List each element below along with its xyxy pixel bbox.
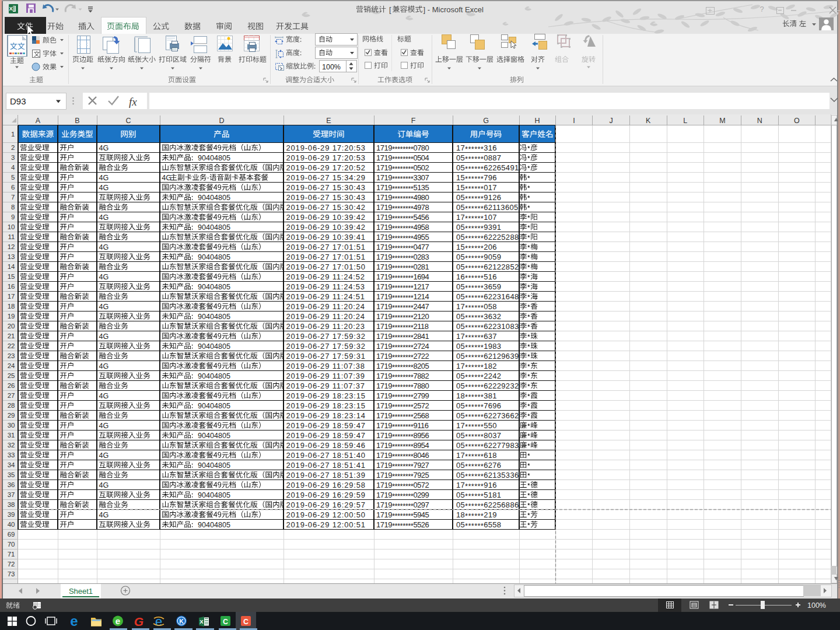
svg-text:1719********2572: 1719********2572 bbox=[376, 401, 429, 411]
svg-text:1719********8205: 1719********8205 bbox=[376, 362, 429, 372]
svg-text:05******62273662: 05******62273662 bbox=[456, 411, 519, 421]
svg-text:100%: 100% bbox=[807, 601, 826, 610]
svg-text:4G: 4G bbox=[99, 392, 109, 400]
svg-text:05******6558: 05******6558 bbox=[456, 520, 501, 530]
svg-text:05******1983: 05******1983 bbox=[456, 342, 501, 352]
svg-text:1719********0299: 1719********0299 bbox=[376, 491, 429, 501]
svg-text:?: ? bbox=[760, 5, 764, 13]
svg-text:19: 19 bbox=[8, 313, 15, 320]
svg-text:2019-06-27 17:59:32: 2019-06-27 17:59:32 bbox=[286, 342, 366, 351]
svg-text:7: 7 bbox=[11, 194, 15, 201]
svg-text:17******637: 17******637 bbox=[456, 332, 497, 342]
svg-text:1719********8956: 1719********8956 bbox=[376, 431, 429, 441]
svg-text:e: e bbox=[116, 616, 120, 626]
svg-text:3: 3 bbox=[11, 154, 15, 161]
svg-text:4G: 4G bbox=[99, 144, 109, 152]
svg-text:2019-06-27 17:01:51: 2019-06-27 17:01:51 bbox=[286, 243, 366, 251]
svg-text:2019-06-29 11:07:37: 2019-06-29 11:07:37 bbox=[286, 382, 365, 390]
svg-text:2019-06-29 10:39:42: 2019-06-29 10:39:42 bbox=[286, 223, 366, 232]
svg-text:05******7696: 05******7696 bbox=[456, 401, 501, 411]
svg-text:90404805: 90404805 bbox=[198, 223, 230, 232]
svg-text:[: [ bbox=[389, 5, 391, 14]
svg-text:17******316: 17******316 bbox=[456, 144, 497, 153]
svg-text:15******017: 15******017 bbox=[456, 183, 497, 193]
svg-text:15******796: 15******796 bbox=[456, 173, 497, 183]
svg-text:X: X bbox=[9, 5, 13, 12]
svg-text:1719********2722: 1719********2722 bbox=[376, 352, 429, 362]
svg-text:2019-06-27 15:30:42: 2019-06-27 15:30:42 bbox=[286, 203, 366, 212]
svg-text:90404805: 90404805 bbox=[198, 253, 230, 261]
svg-text:1719********0283: 1719********0283 bbox=[376, 253, 429, 262]
svg-text:A: A bbox=[36, 117, 41, 125]
svg-text:90404805: 90404805 bbox=[198, 521, 230, 529]
svg-text:X: X bbox=[200, 618, 204, 625]
svg-text:05******62225288: 05******62225288 bbox=[456, 233, 519, 243]
svg-text:1719********9116: 1719********9116 bbox=[376, 421, 429, 431]
svg-text:4: 4 bbox=[11, 164, 15, 171]
svg-text:C: C bbox=[223, 618, 228, 626]
svg-text:1719********1694: 1719********1694 bbox=[376, 272, 429, 282]
svg-text:36: 36 bbox=[8, 481, 15, 488]
svg-text:1719********0281: 1719********0281 bbox=[376, 262, 429, 272]
svg-text:5: 5 bbox=[11, 174, 15, 181]
svg-text:4G: 4G bbox=[99, 174, 109, 182]
svg-text:12: 12 bbox=[8, 243, 15, 250]
svg-text:05******62135336: 05******62135336 bbox=[456, 471, 519, 481]
svg-text:90404805: 90404805 bbox=[198, 342, 230, 351]
svg-text:17******107: 17******107 bbox=[456, 213, 497, 223]
svg-text:E: E bbox=[326, 117, 331, 125]
svg-text:24: 24 bbox=[8, 362, 15, 369]
svg-text:90404805: 90404805 bbox=[198, 283, 230, 291]
svg-text:1719********4978: 1719********4978 bbox=[376, 203, 429, 213]
svg-text:05******62229232: 05******62229232 bbox=[456, 382, 519, 391]
svg-text:2019-06-29 11:24:52: 2019-06-29 11:24:52 bbox=[286, 272, 365, 281]
svg-text:25: 25 bbox=[8, 372, 15, 379]
svg-text:2019-06-29 18:59:47: 2019-06-29 18:59:47 bbox=[286, 421, 366, 430]
svg-text:K: K bbox=[646, 117, 651, 125]
svg-text:9: 9 bbox=[11, 214, 15, 220]
svg-text:17******182: 17******182 bbox=[456, 362, 497, 372]
svg-text:15******206: 15******206 bbox=[456, 243, 497, 253]
svg-text:90404805: 90404805 bbox=[198, 154, 230, 162]
svg-text:2019-06-29 11:20:24: 2019-06-29 11:20:24 bbox=[286, 312, 365, 321]
svg-text:M: M bbox=[719, 117, 725, 125]
svg-text:05******62113605: 05******62113605 bbox=[456, 203, 519, 213]
svg-text:1719********2799: 1719********2799 bbox=[376, 391, 429, 401]
svg-text:37: 37 bbox=[8, 491, 15, 498]
svg-text:05******5181: 05******5181 bbox=[456, 491, 501, 501]
svg-text:1719********2120: 1719********2120 bbox=[376, 312, 429, 322]
svg-text:4G: 4G bbox=[99, 511, 109, 519]
svg-text:2019-06-29 11:24:53: 2019-06-29 11:24:53 bbox=[286, 282, 365, 291]
svg-text:71: 71 bbox=[8, 551, 15, 558]
svg-text:26: 26 bbox=[8, 382, 15, 389]
svg-text:05******0887: 05******0887 bbox=[456, 153, 501, 163]
svg-text:15: 15 bbox=[8, 273, 15, 280]
svg-text:1719********8046: 1719********8046 bbox=[376, 451, 429, 461]
svg-text:16******516: 16******516 bbox=[456, 272, 497, 282]
svg-text:1719********7925: 1719********7925 bbox=[376, 471, 429, 481]
svg-text:1719********2724: 1719********2724 bbox=[376, 342, 429, 352]
svg-text:32: 32 bbox=[8, 442, 15, 449]
svg-text:1719********0297: 1719********0297 bbox=[376, 501, 429, 510]
svg-text:L: L bbox=[683, 117, 687, 125]
svg-text:2019-06-27 17:01:50: 2019-06-27 17:01:50 bbox=[286, 262, 366, 271]
svg-text:2019-06-27 17:01:51: 2019-06-27 17:01:51 bbox=[286, 253, 366, 261]
svg-text:2019-06-29 16:29:59: 2019-06-29 16:29:59 bbox=[286, 491, 366, 499]
svg-text:90404805: 90404805 bbox=[198, 432, 230, 440]
svg-text:I: I bbox=[573, 117, 575, 125]
svg-text:2019-06-29 18:23:14: 2019-06-29 18:23:14 bbox=[286, 411, 366, 420]
svg-text:1719********4955: 1719********4955 bbox=[376, 233, 429, 243]
svg-text:1719********7880: 1719********7880 bbox=[376, 382, 429, 391]
svg-text:2019-06-29 17:20:53: 2019-06-29 17:20:53 bbox=[286, 144, 366, 152]
svg-text:27: 27 bbox=[8, 392, 15, 399]
svg-text:90404805: 90404805 bbox=[198, 372, 230, 380]
svg-text:2019-06-29 11:07:39: 2019-06-29 11:07:39 bbox=[286, 372, 365, 380]
svg-text:2019-06-29 11:20:23: 2019-06-29 11:20:23 bbox=[286, 322, 365, 331]
svg-text:90404805: 90404805 bbox=[198, 313, 230, 321]
svg-text:05******3632: 05******3632 bbox=[456, 312, 501, 322]
svg-text:Sheet1: Sheet1 bbox=[69, 587, 93, 596]
svg-text:e: e bbox=[155, 614, 162, 629]
svg-text:2019-06-29 11:24:51: 2019-06-29 11:24:51 bbox=[286, 292, 365, 301]
svg-text:4G: 4G bbox=[99, 243, 109, 251]
svg-text:1719********2841: 1719********2841 bbox=[376, 332, 429, 342]
